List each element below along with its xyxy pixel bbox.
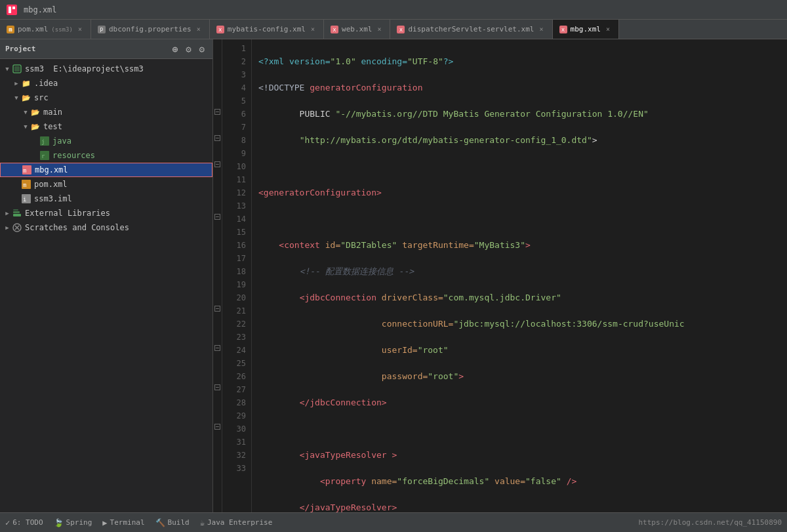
iml-file-icon: i [21, 194, 31, 204]
tab-pom-icon: m [7, 26, 14, 33]
tab-mybatis-icon: x [216, 26, 224, 33]
gutter-33 [213, 459, 222, 472]
sidebar-item-mbg-xml[interactable]: ▶ m mbg.xml [0, 163, 212, 177]
sidebar-item-pom-xml[interactable]: ▶ m pom.xml [0, 177, 212, 192]
main-layout: Project ⊕ ⚙ ⚙ ▼ ssm3 E:\ideaproject\ssm3… [0, 39, 787, 512]
gutter-2 [213, 52, 222, 66]
gutter-31 [213, 433, 222, 446]
ln-12: 12 [222, 186, 251, 199]
ln-6: 6 [222, 108, 251, 121]
tab-mbg[interactable]: x mbg.xml × [553, 20, 619, 39]
gutter-16 [213, 236, 222, 249]
gutter-13 [213, 197, 222, 210]
code-editor[interactable]: <?xml version="1.0" encoding="UTF-8"?> <… [252, 39, 787, 512]
sidebar-item-ssm3[interactable]: ▼ ssm3 E:\ideaproject\ssm3 [0, 62, 212, 76]
tab-dispatcher-icon: x [397, 26, 405, 33]
mbg-xml-label: mbg.xml [35, 165, 68, 174]
gutter-fold-21[interactable]: − [213, 302, 222, 315]
tab-pom-close[interactable]: × [76, 25, 84, 33]
status-spring[interactable]: 🍃 Spring [54, 518, 92, 527]
gutter-fold-10[interactable]: − [213, 157, 222, 171]
ln-8: 8 [222, 134, 251, 147]
pom-file-icon: m [21, 179, 31, 190]
sidebar-gear-btn[interactable]: ⚙ [197, 43, 207, 56]
sidebar-item-scratches[interactable]: ▶ Scratches and Consoles [0, 220, 212, 235]
tab-mbg-icon: x [559, 26, 567, 33]
svg-rect-16 [13, 211, 20, 213]
svg-text:m: m [23, 182, 26, 188]
svg-rect-4 [14, 66, 20, 72]
tree-arrow-src: ▼ [12, 93, 21, 102]
gutter-3 [213, 66, 222, 79]
code-line-14: </jdbcConnection> [258, 396, 787, 409]
scratches-label: Scratches and Consoles [25, 223, 129, 232]
ln-19: 19 [222, 278, 251, 291]
svg-text:m: m [23, 167, 26, 174]
sidebar-item-main[interactable]: ▼ 📂 main [0, 105, 212, 119]
ln-4: 4 [222, 81, 251, 94]
code-line-10: <jdbcConnection driverClass="com.mysql.j… [258, 291, 787, 304]
tab-dbconfig-label: dbconfig.properties [109, 25, 192, 33]
status-url: https://blog.csdn.net/qq_41150890 [638, 518, 782, 527]
gutter-fold-27[interactable]: − [213, 380, 222, 394]
svg-text:i: i [23, 196, 26, 203]
tab-dbconfig-close[interactable]: × [195, 25, 203, 33]
editor-area: − − − − − − − [213, 39, 787, 512]
status-java-enterprise[interactable]: ☕ Java Enterprise [200, 518, 273, 527]
sidebar-item-resources[interactable]: ▶ r resources [0, 148, 212, 163]
code-line-16: <javaTypeResolver > [258, 449, 787, 462]
tab-web-close[interactable]: × [375, 25, 383, 33]
tab-mybatis-close[interactable]: × [309, 25, 317, 33]
ln-1: 1 [222, 42, 251, 55]
gutter-fold-24[interactable]: − [213, 341, 222, 354]
ln-26: 26 [222, 370, 251, 383]
pom-xml-label: pom.xml [34, 180, 68, 189]
sidebar-settings-btn[interactable]: ⚙ [183, 43, 193, 56]
gutter-fold-8[interactable]: − [213, 131, 222, 144]
tab-dbconfig[interactable]: p dbconfig.properties × [91, 20, 210, 39]
gutter-18 [213, 262, 222, 276]
status-right: https://blog.csdn.net/qq_41150890 [638, 518, 782, 527]
status-build[interactable]: 🔨 Build [155, 518, 190, 527]
sidebar-header: Project ⊕ ⚙ ⚙ [0, 39, 212, 59]
svg-rect-17 [13, 209, 18, 211]
title-bar: mbg.xml [0, 0, 787, 20]
folder-icon-test: 📂 [30, 121, 41, 132]
gutter-29 [213, 407, 222, 420]
tab-dispatcher-close[interactable]: × [537, 25, 545, 33]
svg-rect-15 [13, 214, 21, 216]
status-todo[interactable]: ✓ 6: TODO [5, 518, 43, 527]
tab-dbconfig-icon: p [98, 26, 106, 33]
sidebar-item-test[interactable]: ▼ 📂 test [0, 119, 212, 134]
status-java-enterprise-label: Java Enterprise [207, 518, 272, 527]
todo-icon: ✓ [5, 518, 10, 527]
sidebar: Project ⊕ ⚙ ⚙ ▼ ssm3 E:\ideaproject\ssm3… [0, 39, 213, 512]
sidebar-collapse-btn[interactable]: ⊕ [170, 43, 180, 56]
gutter-fold-6[interactable]: − [213, 105, 222, 118]
gutter-fold-30[interactable]: − [213, 420, 222, 433]
ln-27: 27 [222, 383, 251, 396]
status-terminal[interactable]: ▶ Terminal [102, 518, 144, 527]
tab-mybatis[interactable]: x mybatis-config.xml × [210, 20, 324, 39]
src-label: src [34, 93, 49, 102]
gutter-fold-14[interactable]: − [213, 210, 222, 223]
sidebar-item-ssm3-iml[interactable]: ▶ i ssm3.iml [0, 192, 212, 206]
sidebar-item-java[interactable]: ▶ j java [0, 134, 212, 148]
tab-mybatis-label: mybatis-config.xml [228, 25, 306, 33]
code-line-18: </javaTypeResolver> [258, 501, 787, 512]
window-title: mbg.xml [24, 5, 57, 14]
tab-pom[interactable]: m pom.xml (ssm3) × [0, 20, 91, 39]
tab-mbg-close[interactable]: × [604, 25, 612, 33]
code-line-17: <property name="forceBigDecimals" value=… [258, 475, 787, 488]
tab-web[interactable]: x web.xml × [324, 20, 390, 39]
tab-dispatcher-label: dispatcherServlet-servlet.xml [408, 25, 534, 33]
code-line-1: <?xml version="1.0" encoding="UTF-8"?> [258, 55, 787, 68]
terminal-icon: ▶ [102, 518, 107, 527]
sidebar-item-src[interactable]: ▼ 📂 src [0, 91, 212, 105]
sidebar-item-external-libraries[interactable]: ▶ External Libraries [0, 206, 212, 220]
tab-dispatcher[interactable]: x dispatcherServlet-servlet.xml × [390, 20, 552, 39]
sidebar-item-idea[interactable]: ▶ 📁 .idea [0, 76, 212, 91]
line-numbers: 1 2 3 4 5 6 7 8 9 10 11 12 13 14 15 16 1… [222, 39, 252, 512]
ln-13: 13 [222, 199, 251, 213]
ln-11: 11 [222, 173, 251, 186]
